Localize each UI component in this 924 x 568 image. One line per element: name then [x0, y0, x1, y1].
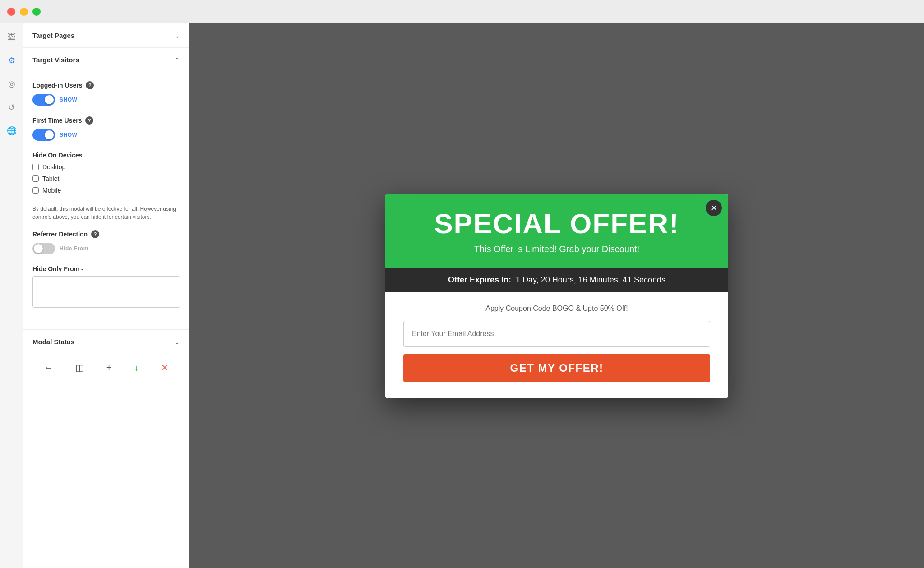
- logged-in-users-toggle-row: SHOW: [32, 94, 180, 106]
- modal-title: SPECIAL OFFER!: [403, 210, 710, 238]
- first-time-users-field: First Time Users ? SHOW: [32, 116, 180, 141]
- hide-on-devices-label: Hide On Devices: [32, 152, 180, 159]
- tablet-label: Tablet: [42, 175, 59, 182]
- sidebar: Target Pages ⌄ Target Visitors ⌃ Logged-…: [23, 23, 189, 568]
- icon-rail: 🖼 ⚙ ◎ ↺ 🌐: [0, 23, 23, 568]
- image-icon[interactable]: 🖼: [5, 31, 18, 43]
- delete-button[interactable]: ✕: [159, 360, 171, 375]
- modal-subtitle: This Offer is Limited! Grab your Discoun…: [403, 244, 710, 254]
- modal-coupon-text: Apply Coupon Code BOGO & Upto 50% Off!: [403, 305, 710, 313]
- target-pages-section-header[interactable]: Target Pages ⌄: [23, 23, 189, 48]
- logged-in-users-toggle[interactable]: [32, 94, 55, 106]
- app-body: 🖼 ⚙ ◎ ↺ 🌐 Target Pages ⌄ Target Visitors…: [0, 23, 924, 568]
- add-button[interactable]: +: [105, 361, 114, 375]
- modal-status-section: Modal Status ⌄: [23, 329, 189, 354]
- titlebar: [0, 0, 924, 23]
- referrer-detection-help-icon[interactable]: ?: [91, 230, 99, 238]
- history-icon[interactable]: ↺: [5, 101, 18, 114]
- modal-status-header[interactable]: Modal Status ⌄: [23, 330, 189, 354]
- first-time-users-toggle[interactable]: [32, 129, 55, 141]
- target-icon[interactable]: ◎: [5, 78, 18, 90]
- main-content: ✕ SPECIAL OFFER! This Offer is Limited! …: [189, 23, 924, 568]
- first-time-users-help-icon[interactable]: ?: [85, 116, 93, 125]
- modal-header: SPECIAL OFFER! This Offer is Limited! Gr…: [385, 194, 728, 268]
- first-time-users-toggle-label: SHOW: [60, 132, 77, 138]
- close-window-button[interactable]: [7, 8, 15, 16]
- target-pages-chevron-icon: ⌄: [175, 32, 180, 39]
- mobile-label: Mobile: [42, 187, 61, 194]
- minimize-window-button[interactable]: [20, 8, 28, 16]
- target-pages-title: Target Pages: [32, 32, 74, 39]
- first-time-users-label: First Time Users ?: [32, 116, 180, 125]
- desktop-checkbox-row: Desktop: [32, 163, 180, 171]
- target-visitors-content: Logged-in Users ? SHOW First Time Users …: [23, 72, 189, 329]
- desktop-label: Desktop: [42, 163, 65, 171]
- referrer-detection-toggle-row: Hide From: [32, 243, 180, 254]
- hide-on-devices-field: Hide On Devices Desktop Tablet Mobile: [32, 152, 180, 194]
- target-visitors-section-header[interactable]: Target Visitors ⌃: [23, 48, 189, 72]
- referrer-detection-field: Referrer Detection ? Hide From: [32, 230, 180, 254]
- modal-overlay: ✕ SPECIAL OFFER! This Offer is Limited! …: [189, 23, 924, 568]
- logged-in-users-label: Logged-in Users ?: [32, 81, 180, 89]
- modal-email-input[interactable]: [403, 321, 710, 347]
- gear-icon[interactable]: ⚙: [5, 54, 18, 67]
- window-button[interactable]: ◫: [74, 360, 86, 375]
- hide-only-from-label: Hide Only From -: [32, 265, 180, 272]
- target-visitors-title: Target Visitors: [32, 56, 79, 64]
- modal-timer-value: 1 Day, 20 Hours, 16 Minutes, 41 Seconds: [516, 275, 665, 284]
- back-button[interactable]: ←: [42, 361, 55, 375]
- modal-box: ✕ SPECIAL OFFER! This Offer is Limited! …: [385, 194, 728, 398]
- tablet-checkbox-row: Tablet: [32, 175, 180, 182]
- modal-close-button[interactable]: ✕: [706, 200, 722, 216]
- modal-status-title: Modal Status: [32, 338, 74, 346]
- modal-timer-text: Offer Expires In: 1 Day, 20 Hours, 16 Mi…: [448, 275, 665, 284]
- referrer-detection-toggle-label: Hide From: [60, 245, 88, 252]
- referrer-detection-toggle[interactable]: [32, 243, 55, 254]
- modal-timer-bar: Offer Expires In: 1 Day, 20 Hours, 16 Mi…: [385, 268, 728, 292]
- modal-cta-button[interactable]: GET MY OFFER!: [403, 354, 710, 382]
- target-visitors-chevron-icon: ⌃: [175, 56, 180, 64]
- modal-timer-prefix: Offer Expires In:: [448, 275, 511, 284]
- desktop-checkbox[interactable]: [32, 164, 39, 170]
- logged-in-users-toggle-label: SHOW: [60, 97, 77, 103]
- first-time-users-toggle-row: SHOW: [32, 129, 180, 141]
- hide-only-from-field: Hide Only From -: [32, 265, 180, 309]
- referrer-detection-label: Referrer Detection ?: [32, 230, 180, 238]
- sidebar-note: By default, this modal will be effective…: [32, 205, 180, 221]
- globe-icon[interactable]: 🌐: [5, 125, 18, 137]
- maximize-window-button[interactable]: [32, 8, 41, 16]
- mobile-checkbox[interactable]: [32, 187, 39, 194]
- modal-body: Apply Coupon Code BOGO & Upto 50% Off! G…: [385, 292, 728, 398]
- hide-only-from-input[interactable]: [32, 276, 180, 308]
- save-button[interactable]: ↓: [132, 361, 140, 375]
- app-toolbar: ← ◫ + ↓ ✕: [23, 354, 189, 381]
- logged-in-users-field: Logged-in Users ? SHOW: [32, 81, 180, 106]
- modal-status-chevron-icon: ⌄: [175, 338, 180, 346]
- tablet-checkbox[interactable]: [32, 175, 39, 182]
- logged-in-users-help-icon[interactable]: ?: [86, 81, 94, 89]
- mobile-checkbox-row: Mobile: [32, 187, 180, 194]
